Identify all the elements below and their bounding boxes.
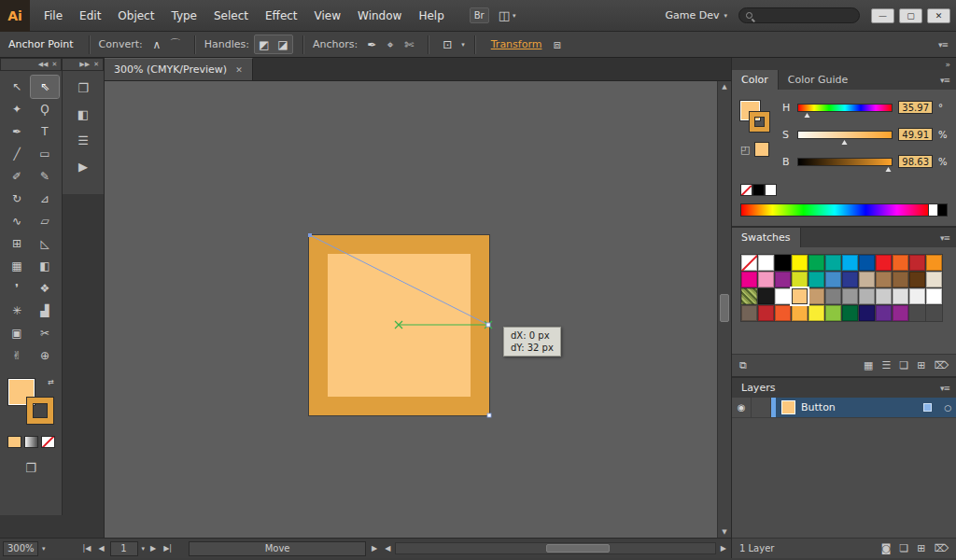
new-swatch-icon[interactable]: ⊞ [917,359,925,371]
cut-path-button[interactable]: ✄ [400,35,418,53]
scroll-left-icon[interactable]: ◀ [383,544,392,553]
tab-color-guide[interactable]: Color Guide [779,70,858,90]
swatch[interactable] [842,255,858,271]
swatch[interactable] [792,255,808,271]
free-transform-tool[interactable]: ▱ [31,210,59,232]
h-scroll-track[interactable] [395,542,715,554]
swatch[interactable] [926,288,942,304]
tab-swatches[interactable]: Swatches [732,228,801,247]
swatch[interactable] [859,305,875,321]
swatch[interactable] [859,272,875,287]
lasso-tool[interactable]: Ϙ [31,98,59,120]
swatch-kinds-icon[interactable]: ▦ [864,359,873,371]
scroll-up-icon[interactable]: ▲ [718,83,731,91]
artboard-tool[interactable]: ▣ [3,322,31,344]
closest-web-color-swatch[interactable] [754,142,769,157]
blend-tool[interactable]: ❖ [31,277,59,300]
magic-wand-tool[interactable]: ✦ [3,98,31,120]
stroke-color-indicator[interactable] [750,112,769,132]
gradient-tool[interactable]: ◧ [31,255,59,277]
document-tab[interactable]: 300% (CMYK/Preview) ✕ [105,58,253,80]
hand-tool[interactable]: ✌ [3,344,31,367]
artboard-dropdown-icon[interactable]: ▾ [142,545,146,553]
menu-object[interactable]: Object [109,0,162,32]
width-tool[interactable]: ∿ [3,210,31,232]
panel-menu-icon[interactable]: ▾≡ [940,76,956,85]
new-color-group-icon[interactable]: ❏ [899,359,908,371]
swatch[interactable] [758,288,774,304]
line-segment-tool[interactable]: ╱ [3,143,31,165]
show-handles-button[interactable]: ◩ [255,35,274,53]
slider-marker[interactable] [805,113,810,118]
h-value-field[interactable]: 35.97 [898,101,933,114]
scroll-right-icon[interactable]: ▶ [719,544,728,553]
swatch[interactable] [741,272,757,287]
close-panel-icon[interactable]: ✕ [93,61,99,68]
s-value-field[interactable]: 49.91 [898,128,933,141]
slice-tool[interactable]: ✂ [31,322,59,344]
spectrum-white-swatch[interactable] [929,203,938,217]
swatch[interactable] [741,305,757,321]
slider-marker[interactable] [886,167,892,172]
stroke-swatch[interactable] [27,398,53,424]
swatch[interactable] [775,305,791,321]
selection-indicator[interactable] [923,403,932,412]
web-color-warning-icon[interactable]: ◰ [740,144,750,156]
b-value-field[interactable]: 98.63 [898,155,933,168]
delete-swatch-icon[interactable]: ⌦ [934,359,949,371]
swatch[interactable] [792,305,808,321]
swatch[interactable] [859,288,875,304]
spectrum-black-swatch[interactable] [938,203,948,217]
none-mode-button[interactable] [41,436,55,448]
type-tool[interactable]: T [31,120,59,143]
symbol-sprayer-tool[interactable]: ✳ [3,300,31,322]
convert-to-corner-button[interactable]: ∧ [148,35,166,53]
swatch[interactable] [842,272,858,287]
screen-mode-button[interactable]: ❐ [25,461,36,475]
color-mode-button[interactable] [7,436,21,448]
zoom-tool[interactable]: ⊕ [31,344,59,367]
swatch[interactable] [909,288,925,304]
b-slider[interactable] [797,158,893,166]
artboard-number-field[interactable]: 1 [110,541,138,556]
close-button[interactable]: ✕ [927,8,950,23]
swatch[interactable] [876,272,892,287]
target-circle[interactable]: ○ [944,398,951,418]
swatch[interactable] [775,255,791,271]
swatch[interactable] [893,288,908,304]
hide-handles-button[interactable]: ◪ [274,35,292,53]
shape-builder-tool[interactable]: ⊞ [3,232,31,255]
swatch[interactable] [808,288,824,304]
new-sublayer-icon[interactable]: ❏ [899,542,908,554]
swatch-libraries-icon[interactable]: ⧉ [739,359,747,371]
make-clipping-mask-icon[interactable]: ◙ [881,542,892,554]
swatch[interactable] [825,288,841,304]
gradient-panel-icon[interactable]: ◧ [70,103,96,125]
zoom-dropdown-icon[interactable]: ▾ [42,545,46,553]
panel-menu-icon[interactable]: ▾≡ [940,233,956,243]
menu-edit[interactable]: Edit [71,0,109,32]
h-slider[interactable] [797,104,893,112]
workspace-switcher[interactable]: Game Dev ▾ [665,9,727,21]
close-tab-icon[interactable]: ✕ [235,65,243,75]
swatch[interactable] [842,288,858,304]
rectangle-tool[interactable]: ▭ [31,143,59,165]
swatch[interactable] [926,272,942,287]
arrange-documents-button[interactable]: ◫ ▾ [499,8,516,22]
menu-select[interactable]: Select [205,0,257,32]
white-swatch[interactable] [765,184,777,196]
swatch[interactable] [775,288,791,304]
s-slider[interactable] [797,131,893,139]
menu-effect[interactable]: Effect [257,0,306,32]
pencil-tool[interactable]: ✎ [31,165,59,188]
artwork-outer[interactable] [309,235,489,415]
swatch[interactable] [758,305,774,321]
remove-anchor-button[interactable]: ✒ [362,35,381,53]
swatch[interactable] [825,255,841,271]
swatch[interactable] [893,255,908,271]
slider-marker[interactable] [842,140,848,145]
zoom-level-field[interactable]: 300% [3,541,38,556]
mesh-tool[interactable]: ▦ [3,255,31,277]
rotate-tool[interactable]: ↻ [3,188,31,210]
swatch[interactable] [741,255,757,271]
